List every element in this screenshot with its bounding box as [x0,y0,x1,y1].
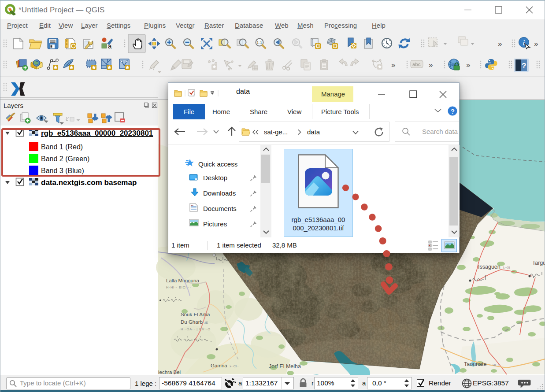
svg-text:Downloads: Downloads [203,189,236,197]
svg-text:»: » [429,61,433,69]
svg-text:Jorf El Melha: Jorf El Melha [269,363,301,370]
svg-text:l:··Xl: l:··Xl [503,266,510,270]
svg-text:a: a [108,42,112,50]
svg-text:Du Gharb: Du Gharb [181,319,203,325]
svg-text:»: » [466,61,470,69]
svg-text:?: ? [522,62,526,70]
svg-text:data: data [307,128,320,136]
svg-text:data.nextgis.com basemap: data.nextgis.com basemap [41,178,137,187]
svg-text:sat-ge...: sat-ge... [264,128,288,136]
svg-text:H·Hl·· ElCl:··: H·Hl·· ElCl:·· [166,285,191,289]
svg-text:abc: abc [412,62,421,67]
svg-text:Gamna: Gamna [211,363,227,368]
svg-text:Targu: Targu [532,260,545,266]
svg-text:»: » [391,61,395,69]
svg-text:Taounate: Taounate [464,361,486,367]
svg-text:Lalla Mimouna: Lalla Mimouna [166,278,199,283]
svg-text:Quick access: Quick access [198,160,237,168]
svg-text:Issaguen: Issaguen [478,264,501,270]
svg-text:H··OA·· | EV··O: H··OA·· | EV··O [181,327,211,331]
svg-text:Pictures: Pictures [203,220,227,228]
svg-text::··Ul··:: :··Ul··: [489,363,499,367]
svg-text:Documents: Documents [203,205,237,212]
svg-text:Souk El Arba: Souk El Arba [181,312,210,317]
svg-text:»: » [534,40,538,48]
svg-text::lE: :lE [204,321,208,325]
svg-text:»: » [498,40,502,48]
svg-text:x··Cl··: x··Cl·· [230,364,239,368]
svg-text:ε: ε [66,114,69,122]
svg-text:i: i [523,39,525,47]
svg-text:lechra Bel: lechra Bel [158,370,181,375]
svg-text:1:1: 1:1 [257,41,263,45]
svg-text:Desktop: Desktop [203,174,227,181]
svg-text:?: ? [451,107,455,115]
